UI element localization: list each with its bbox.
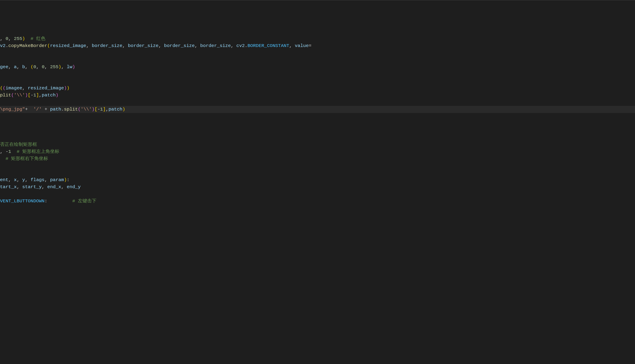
code-token: patch xyxy=(108,107,122,112)
code-token: imagee xyxy=(6,86,22,91)
code-token: path xyxy=(50,107,61,112)
code-token: border_size xyxy=(164,43,195,48)
code-token: 否正在绘制矩形框 xyxy=(0,142,37,147)
code-line[interactable]: v2.copyMakeBorder(resized_image, border_… xyxy=(0,42,635,50)
code-line[interactable]: 否正在绘制矩形框 xyxy=(0,141,635,148)
code-line[interactable] xyxy=(0,70,635,78)
code-line[interactable]: tart_x, start_y, end_x, end_y xyxy=(0,184,635,190)
code-token: . xyxy=(245,43,248,48)
code-token: + xyxy=(25,107,28,112)
code-token: '/' xyxy=(33,107,42,112)
code-token: value xyxy=(295,43,309,48)
code-token: border_size xyxy=(128,43,159,48)
code-token: , xyxy=(0,149,6,154)
code-token: ) xyxy=(122,107,125,112)
code-token: border_size xyxy=(200,43,231,48)
code-token: end_y xyxy=(67,184,81,190)
code-token: start_y xyxy=(22,184,42,190)
code-line[interactable] xyxy=(0,127,635,134)
code-token: ( xyxy=(78,107,81,112)
code-editor[interactable]: , 0, 255) # 红色v2.copyMakeBorder(resized_… xyxy=(0,0,635,364)
code-token: end_x xyxy=(47,184,61,190)
code-token: ) xyxy=(64,177,67,182)
code-token: , xyxy=(231,43,236,48)
code-line[interactable]: , 0, 255) # 红色 xyxy=(0,35,635,42)
code-token xyxy=(25,36,30,41)
code-line[interactable] xyxy=(0,56,635,64)
code-token: , xyxy=(61,64,67,70)
code-token: tart_x xyxy=(0,184,17,190)
code-lines-container: , 0, 255) # 红色v2.copyMakeBorder(resized_… xyxy=(0,21,635,205)
code-token: . xyxy=(61,107,64,112)
code-line[interactable] xyxy=(0,78,635,85)
code-line[interactable] xyxy=(0,113,635,120)
code-token xyxy=(0,156,6,161)
code-token: [ xyxy=(95,107,98,112)
code-token: , xyxy=(158,43,164,48)
code-token: , xyxy=(106,107,108,112)
code-token: a xyxy=(14,64,17,70)
code-token: 0 xyxy=(6,36,8,41)
horizontal-scrollbar[interactable] xyxy=(0,359,630,362)
code-token xyxy=(28,107,33,112)
code-line[interactable] xyxy=(0,28,635,35)
code-line[interactable]: \png_jpg"+ '/' + path.split('\\')[-1],pa… xyxy=(0,106,635,113)
code-token: param xyxy=(50,177,64,182)
code-token: ( xyxy=(11,93,14,98)
code-token xyxy=(42,107,44,112)
code-line[interactable] xyxy=(0,50,635,56)
code-token: ] xyxy=(103,107,106,112)
code-line[interactable] xyxy=(0,99,635,106)
code-token: 1 xyxy=(100,107,103,112)
code-token: ) xyxy=(25,93,28,98)
code-line[interactable]: # 矩形框右下角坐标 xyxy=(0,155,635,162)
code-token: gee xyxy=(0,64,8,70)
code-line[interactable]: gee, a, b, (0, 0, 255), lw) xyxy=(0,64,635,70)
code-token: = xyxy=(309,43,312,48)
code-token xyxy=(47,107,50,112)
code-token: lw xyxy=(67,64,72,70)
code-token: , xyxy=(42,184,47,190)
code-token: 255 xyxy=(50,64,58,70)
code-token: , xyxy=(25,64,30,70)
code-token: ( xyxy=(0,86,3,91)
code-token: : xyxy=(67,177,70,182)
code-line[interactable]: VENT_LBUTTONDOWN: # 左键击下 xyxy=(0,198,635,205)
code-token: # 左键击下 xyxy=(72,198,96,204)
code-token: ( xyxy=(3,86,6,91)
code-token: resized_image xyxy=(50,43,86,48)
code-line[interactable]: ent, x, y, flags, param): xyxy=(0,176,635,184)
code-token: ) xyxy=(72,64,75,70)
code-token: - xyxy=(31,93,34,98)
code-token: , xyxy=(86,43,92,48)
code-token: '\\' xyxy=(81,107,92,112)
code-line[interactable] xyxy=(0,170,635,176)
editor-top-border xyxy=(0,0,635,0)
code-token: VENT_LBUTTONDOWN xyxy=(0,198,44,204)
code-token: + xyxy=(44,107,48,112)
code-token: , xyxy=(289,43,295,48)
code-token: y xyxy=(22,177,25,182)
code-line[interactable] xyxy=(0,21,635,28)
code-line[interactable]: ((imagee, resized_image)) xyxy=(0,85,635,92)
code-token: , xyxy=(44,177,50,182)
code-token: , xyxy=(17,177,22,182)
code-line[interactable] xyxy=(0,190,635,198)
code-line[interactable]: , -1 # 矩形框左上角坐标 xyxy=(0,148,635,155)
code-token: , xyxy=(8,64,14,70)
code-token: ) xyxy=(22,36,25,41)
code-line[interactable] xyxy=(0,120,635,127)
code-token: , xyxy=(22,86,28,91)
code-token: ) xyxy=(58,64,61,70)
code-line[interactable] xyxy=(0,162,635,170)
code-line[interactable] xyxy=(0,134,635,141)
code-line[interactable]: plit('\\')[-1],patch) xyxy=(0,92,635,99)
code-token: cv2 xyxy=(236,43,245,48)
code-token: # 矩形框右下角坐标 xyxy=(6,156,48,161)
code-token: 0 xyxy=(33,64,36,70)
code-token: [ xyxy=(28,93,31,98)
code-token: patch xyxy=(42,93,56,98)
code-token: , xyxy=(8,36,14,41)
code-token: ) xyxy=(67,86,70,91)
code-token: plit xyxy=(0,93,11,98)
